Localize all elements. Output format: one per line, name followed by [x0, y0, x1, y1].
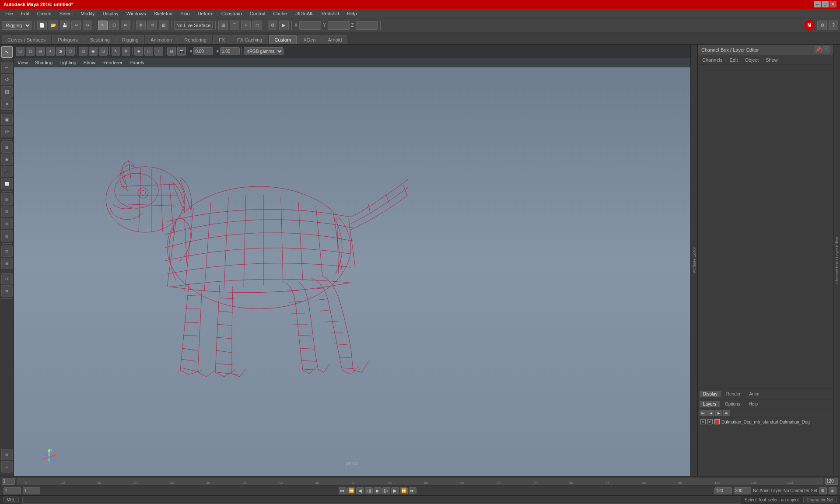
tab-rendering[interactable]: Rendering [178, 35, 212, 44]
vm-panels[interactable]: Panels [130, 60, 144, 65]
mode-btn-1[interactable]: ▦ [1, 141, 13, 153]
mode-btn-4[interactable]: ⬜ [1, 178, 13, 189]
extra-btn[interactable]: ≡ [1, 461, 13, 472]
gamma-dropdown[interactable]: sRGB gamma [244, 47, 284, 55]
layer-tab-anim[interactable]: Anim [746, 391, 763, 397]
vt-field1[interactable] [193, 47, 213, 55]
close-button[interactable]: ✕ [830, 1, 836, 7]
tab-arnold[interactable]: Arnold [322, 35, 348, 44]
layer-nav-next[interactable]: ▶ [715, 410, 722, 416]
tab-fx-caching[interactable]: FX Caching [231, 35, 268, 44]
pb-step-back[interactable]: ⏪ [347, 487, 355, 494]
vt-isol-btn[interactable]: ◈ [134, 47, 143, 56]
pb-prev-frame[interactable]: ◀ [356, 487, 364, 494]
snap-curve-btn[interactable]: ⌒ [230, 21, 239, 30]
layer-playback[interactable]: P [707, 419, 713, 424]
lasso-tool-btn[interactable]: ⬡ [109, 21, 119, 30]
timeline-start-field[interactable] [2, 478, 15, 485]
render-btn[interactable]: ▶ [279, 21, 289, 30]
layer-tab-render[interactable]: Render [723, 391, 744, 397]
pb-play-forward[interactable]: ▶ [374, 487, 382, 494]
vt-normals-btn[interactable]: ↑ [154, 47, 163, 56]
menu-skin[interactable]: Skin [177, 10, 193, 17]
menu-display[interactable]: Display [99, 10, 122, 17]
layer-nav-first[interactable]: ⏮ [700, 410, 707, 416]
vt-hud-btn[interactable]: ⊟ [167, 47, 176, 56]
vm-shading[interactable]: Shading [35, 60, 52, 65]
help-btn[interactable]: ? [829, 21, 838, 30]
layer-nav-prev[interactable]: ◀ [707, 410, 714, 416]
pb-range-start[interactable] [714, 487, 732, 494]
mode-btn-9[interactable]: ⊡ [1, 245, 13, 257]
vm-renderer[interactable]: Renderer [102, 60, 122, 65]
move-tool-btn[interactable]: ✥ [136, 21, 146, 30]
tab-custom[interactable]: Custom [269, 35, 297, 44]
pb-next-key[interactable]: |▷ [382, 487, 390, 494]
pb-skip-to-end[interactable]: ⏭ [409, 487, 416, 494]
cb-tab-show[interactable]: Show [763, 56, 780, 63]
pb-start-frame[interactable] [4, 487, 21, 494]
mel-python-toggle[interactable]: MEL [4, 497, 19, 503]
tab-curves-surfaces[interactable]: Curves / Surfaces [2, 35, 51, 44]
mode-btn-5[interactable]: ▤ [1, 193, 13, 205]
pb-step-forward[interactable]: ⏩ [400, 487, 408, 494]
mode-btn-8[interactable]: ▨ [1, 230, 13, 242]
vt-wireframe-btn[interactable]: ◻ [79, 47, 88, 56]
vt-camera-btn[interactable]: ⊡ [16, 47, 24, 56]
paint-tool-btn[interactable]: ✏ [1, 126, 13, 137]
menu-modify[interactable]: Modify [77, 10, 98, 17]
maximize-button[interactable]: □ [822, 1, 829, 7]
menu-control[interactable]: Control [246, 10, 269, 17]
layer-visibility[interactable]: V [700, 419, 706, 424]
cb-tab-channels[interactable]: Channels [700, 56, 725, 63]
mode-btn-7[interactable]: ▧ [1, 218, 13, 229]
menu-file[interactable]: File [2, 10, 17, 17]
universal-tool-left[interactable]: ✦ [1, 98, 13, 110]
mode-btn-6[interactable]: ▥ [1, 206, 13, 217]
menu-cache[interactable]: Cache [270, 10, 290, 17]
cb-tab-edit[interactable]: Edit [727, 56, 740, 63]
mode-btn-11[interactable]: ⊟ [1, 273, 13, 284]
rotate-tool-btn[interactable]: ↺ [147, 21, 157, 30]
select-tool-left[interactable]: ↖ [1, 46, 13, 58]
cb-pin-btn[interactable]: 📌 [815, 46, 822, 53]
vt-shading-btn[interactable]: ◑ [56, 47, 65, 56]
snap-point-btn[interactable]: • [241, 21, 251, 30]
layer-subtab-options[interactable]: Options [721, 401, 743, 407]
y-field[interactable] [328, 21, 350, 30]
vt-sel-btn[interactable]: ↖ [112, 47, 120, 56]
quad-view-btn[interactable]: ⊞ [1, 449, 13, 460]
vt-texture-btn[interactable]: ⬡ [66, 47, 75, 56]
vm-lighting[interactable]: Lighting [60, 60, 77, 65]
menu-windows[interactable]: Windows [123, 10, 150, 17]
tab-animation[interactable]: Animation [145, 35, 178, 44]
vt-grid-btn[interactable]: ⊞ [36, 47, 45, 56]
snap-grid-btn[interactable]: ⊞ [218, 21, 228, 30]
pb-range-end[interactable] [734, 487, 751, 494]
menu-deform[interactable]: Deform [194, 10, 217, 17]
soft-select-btn[interactable]: ◉ [1, 114, 13, 125]
vt-manip-btn[interactable]: ✥ [122, 47, 130, 56]
scale-tool-btn[interactable]: ⊞ [159, 21, 168, 30]
z-field[interactable] [356, 21, 378, 30]
undo-btn[interactable]: ↩ [71, 21, 81, 30]
vt-bkfc-btn[interactable]: ⊡ [99, 47, 108, 56]
vm-view[interactable]: View [18, 60, 28, 65]
mode-btn-2[interactable]: ▣ [1, 154, 13, 165]
menu-redshift[interactable]: Redshift [318, 10, 343, 17]
pb-current-frame[interactable] [23, 487, 40, 494]
menu-help[interactable]: Help [343, 10, 360, 17]
pb-settings-btn[interactable]: ⚙ [819, 487, 827, 494]
menu-constrain[interactable]: Constrain [218, 10, 245, 17]
cb-float-btn[interactable]: □ [822, 46, 830, 53]
vt-field2[interactable] [220, 47, 240, 55]
timeline-end-field[interactable] [825, 478, 838, 485]
tab-fx[interactable]: FX [213, 35, 231, 44]
vt-light-btn[interactable]: ☀ [46, 47, 55, 56]
new-file-btn[interactable]: 📄 [37, 21, 47, 30]
tab-rigging[interactable]: Rigging [116, 35, 144, 44]
move-tool-left[interactable]: ↔ [1, 62, 13, 73]
vt-smooth-btn[interactable]: ◉ [89, 47, 98, 56]
open-file-btn[interactable]: 📂 [49, 21, 58, 30]
select-tool-btn[interactable]: ↖ [98, 21, 108, 30]
